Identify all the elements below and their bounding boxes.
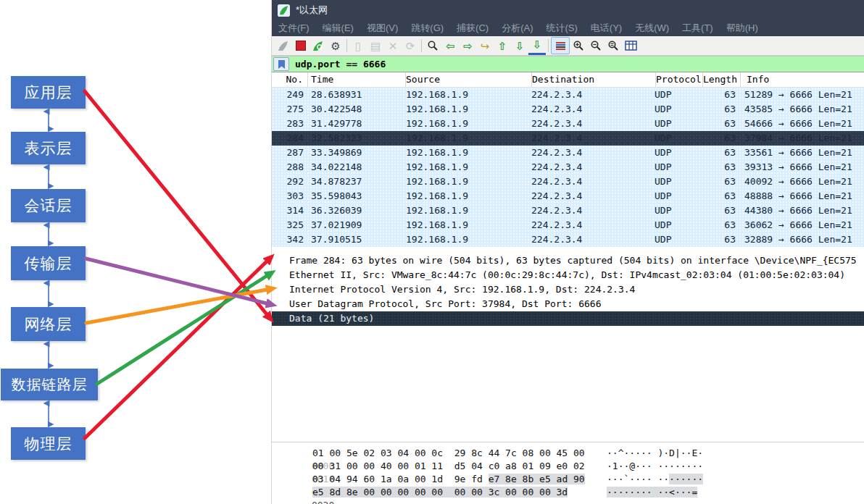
- osi-layer-physical: 物理层: [11, 427, 86, 460]
- cell-no: 303: [272, 189, 308, 203]
- cell-protocol: UDP: [655, 117, 701, 131]
- arrow-physical-to-frame: [85, 261, 267, 438]
- detail-row-ip[interactable]: Internet Protocol Version 4, Src: 192.16…: [272, 282, 864, 297]
- cell-info: 33561 → 6666 Len=21: [739, 146, 864, 160]
- packet-row[interactable]: 28834.022148192.168.1.9224.2.3.4UDP63393…: [272, 160, 864, 175]
- osi-layer-network: 网络层: [11, 307, 86, 341]
- hex-bytes: e5 8d 8e 00 00 00 00 00 00 00 3c 00 00 0…: [312, 486, 568, 499]
- packet-list-header: No. Time Source Destination Protocol Len…: [272, 72, 864, 88]
- hex-row[interactable]: 0000 01 00 5e 02 03 04 00 0c 29 8c 44 7c…: [272, 447, 864, 460]
- bookmark-icon[interactable]: [273, 57, 289, 71]
- cell-dest: 224.2.3.4: [531, 131, 655, 146]
- menu-wireless[interactable]: 无线(W): [628, 20, 676, 36]
- wireshark-window: *以太网 文件(F) 编辑(E) 视图(V) 跳转(G) 捕获(C) 分析(A)…: [271, 0, 864, 504]
- cell-length: 63: [701, 88, 739, 102]
- col-length[interactable]: Length: [703, 72, 741, 87]
- wireshark-logo-icon: [278, 4, 290, 17]
- packet-row[interactable]: 31436.326039192.168.1.9224.2.3.4UDP63443…: [272, 203, 864, 218]
- window-title: *以太网: [296, 4, 328, 17]
- find-packet-icon[interactable]: [424, 38, 441, 54]
- cell-length: 63: [701, 189, 739, 203]
- hex-row[interactable]: 0010 00 31 00 00 40 00 01 11 d5 04 c0 a8…: [272, 460, 864, 473]
- zoom-out-icon[interactable]: [587, 38, 605, 54]
- detail-row-udp[interactable]: User Datagram Protocol, Src Port: 37984,…: [272, 297, 864, 311]
- cell-source: 192.168.1.9: [406, 88, 531, 102]
- cell-dest: 224.2.3.4: [531, 160, 655, 175]
- menu-capture[interactable]: 捕获(C): [450, 20, 495, 36]
- packet-row[interactable]: 28331.429778192.168.1.9224.2.3.4UDP63546…: [272, 117, 864, 131]
- menu-help[interactable]: 帮助(H): [720, 20, 765, 36]
- cell-source: 192.168.1.9: [406, 102, 531, 117]
- menu-telephony[interactable]: 电话(Y): [584, 20, 628, 36]
- auto-scroll-icon[interactable]: ⇩: [528, 37, 546, 55]
- go-previous-icon[interactable]: ⇦: [441, 38, 459, 54]
- hex-ascii: ···`···· ········: [607, 473, 703, 486]
- cell-length: 63: [701, 117, 739, 131]
- go-last-icon[interactable]: ⇩: [511, 38, 528, 54]
- col-info[interactable]: Info: [741, 72, 864, 87]
- go-first-icon[interactable]: ⇧: [494, 38, 511, 54]
- cell-source: 192.168.1.9: [406, 218, 531, 232]
- capture-stop-icon[interactable]: [292, 38, 310, 54]
- packet-row[interactable]: 24928.638931192.168.1.9224.2.3.4UDP63512…: [272, 88, 864, 102]
- packet-row[interactable]: 30335.598043192.168.1.9224.2.3.4UDP63488…: [272, 189, 864, 203]
- cell-protocol: UDP: [655, 218, 701, 232]
- main-toolbar: ⚙ ▯ ▤ ✕ ⟳ ⇦ ⇨ ↪ ⇧ ⇩ ⇩: [272, 36, 864, 56]
- packet-list: No. Time Source Destination Protocol Len…: [272, 72, 864, 246]
- hex-ascii: ··^····· )·D|··E·: [607, 447, 703, 460]
- col-dest[interactable]: Destination: [532, 72, 656, 87]
- menu-view[interactable]: 视图(V): [360, 20, 404, 36]
- cell-dest: 224.2.3.4: [531, 203, 655, 218]
- menu-file[interactable]: 文件(F): [272, 20, 316, 36]
- capture-options-icon[interactable]: ⚙: [327, 38, 344, 54]
- toolbar-separator: [548, 39, 549, 52]
- cell-no: 287: [272, 146, 308, 160]
- packet-row[interactable]: 32537.021909192.168.1.9224.2.3.4UDP63360…: [272, 218, 864, 232]
- menu-analyze[interactable]: 分析(A): [495, 20, 539, 36]
- zoom-original-icon[interactable]: [605, 38, 622, 54]
- col-source[interactable]: Source: [406, 72, 532, 87]
- toolbar-separator: [346, 39, 347, 52]
- capture-restart-icon[interactable]: [310, 38, 327, 54]
- colorize-icon[interactable]: [551, 37, 570, 54]
- hex-offset: 0030: [306, 499, 341, 504]
- cell-info: 43585 → 6666 Len=21: [739, 102, 864, 117]
- detail-row-frame[interactable]: Frame 284: 63 bytes on wire (504 bits), …: [272, 253, 864, 268]
- cell-info: 40092 → 6666 Len=21: [739, 175, 864, 189]
- filter-input[interactable]: udp.port == 6666: [295, 59, 386, 70]
- packet-row[interactable]: 27530.422548192.168.1.9224.2.3.4UDP63435…: [272, 102, 864, 117]
- cell-no: 284: [272, 131, 308, 146]
- cell-source: 192.168.1.9: [406, 146, 531, 160]
- cell-length: 63: [701, 203, 739, 218]
- detail-row-data[interactable]: Data (21 bytes): [272, 311, 864, 326]
- col-no[interactable]: No.: [272, 72, 308, 87]
- menu-statistics[interactable]: 统计(S): [539, 20, 583, 36]
- col-time[interactable]: Time: [308, 72, 406, 87]
- hex-row[interactable]: 0030 e5 8d 8e 00 00 00 00 00 00 00 3c 00…: [272, 486, 864, 499]
- cell-length: 63: [701, 131, 739, 146]
- zoom-in-icon[interactable]: [570, 38, 587, 54]
- resize-columns-icon[interactable]: [622, 38, 639, 54]
- osi-layer-application: 应用层: [11, 76, 86, 109]
- cell-time: 31.429778: [308, 117, 406, 131]
- packet-row-selected[interactable]: 28432.582323192.168.1.9224.2.3.4UDP63379…: [272, 131, 864, 146]
- col-protocol[interactable]: Protocol: [656, 72, 703, 87]
- packet-row[interactable]: 28733.349869192.168.1.9224.2.3.4UDP63335…: [272, 146, 864, 160]
- packet-row[interactable]: 29234.878237192.168.1.9224.2.3.4UDP63400…: [272, 175, 864, 189]
- menu-go[interactable]: 跳转(G): [404, 20, 450, 36]
- cell-time: 34.022148: [308, 160, 406, 175]
- cell-info: 36062 → 6666 Len=21: [739, 218, 864, 232]
- go-next-icon[interactable]: ⇨: [459, 38, 476, 54]
- cell-source: 192.168.1.9: [406, 175, 531, 189]
- hex-row[interactable]: 0020 03 04 94 60 1a 0a 00 1d 9e fd e7 8e…: [272, 473, 864, 486]
- menu-edit[interactable]: 编辑(E): [316, 20, 360, 36]
- go-to-packet-icon[interactable]: ↪: [476, 38, 494, 54]
- cell-no: 283: [272, 117, 308, 131]
- capture-start-icon: [275, 38, 292, 54]
- menu-tools[interactable]: 工具(T): [676, 20, 720, 36]
- packet-row[interactable]: 34237.910515192.168.1.9224.2.3.4UDP63328…: [272, 232, 864, 247]
- title-bar: *以太网: [272, 0, 864, 20]
- cell-protocol: UDP: [655, 160, 701, 175]
- cell-dest: 224.2.3.4: [531, 175, 655, 189]
- detail-row-ethernet[interactable]: Ethernet II, Src: VMware_8c:44:7c (00:0c…: [272, 268, 864, 282]
